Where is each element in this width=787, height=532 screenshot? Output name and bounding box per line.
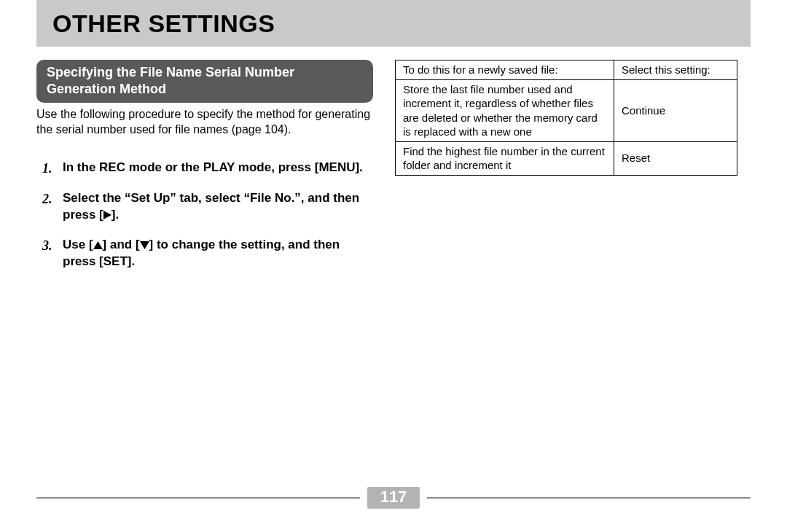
svg-marker-1 bbox=[93, 241, 103, 249]
up-triangle-icon bbox=[93, 241, 103, 249]
step-text: Use [] and [] to change the setting, and… bbox=[63, 237, 373, 270]
steps-list: In the REC mode or the PLAY mode, press … bbox=[36, 160, 373, 270]
left-column: Specifying the File Name Serial Number G… bbox=[36, 60, 373, 283]
settings-table: To do this for a newly saved file: Selec… bbox=[395, 60, 737, 176]
table-cell: Store the last file number used and incr… bbox=[396, 79, 614, 141]
right-triangle-icon bbox=[103, 211, 111, 219]
step-item: In the REC mode or the PLAY mode, press … bbox=[42, 160, 373, 177]
table-header-row: To do this for a newly saved file: Selec… bbox=[396, 60, 737, 80]
content-area: Specifying the File Name Serial Number G… bbox=[36, 60, 751, 283]
section-heading: Specifying the File Name Serial Number G… bbox=[36, 60, 373, 103]
table-cell: Continue bbox=[614, 79, 737, 141]
svg-marker-2 bbox=[140, 241, 149, 249]
step-item: Select the “Set Up” tab, select “File No… bbox=[42, 190, 373, 224]
table-header-cell: To do this for a newly saved file: bbox=[396, 60, 614, 80]
table-row: Find the highest file number in the curr… bbox=[396, 141, 737, 175]
footer-rule bbox=[36, 497, 360, 499]
down-triangle-icon bbox=[140, 241, 149, 249]
table-row: Store the last file number used and incr… bbox=[396, 79, 737, 141]
step-text: In the REC mode or the PLAY mode, press … bbox=[63, 160, 373, 177]
footer-rule bbox=[427, 497, 751, 499]
section-intro: Use the following procedure to specify t… bbox=[36, 107, 373, 138]
page-footer: 117 bbox=[36, 487, 751, 509]
page-number: 117 bbox=[367, 487, 420, 509]
table-cell: Find the highest file number in the curr… bbox=[396, 141, 614, 175]
svg-marker-0 bbox=[103, 211, 111, 219]
table-cell: Reset bbox=[614, 141, 737, 175]
page-header: OTHER SETTINGS bbox=[36, 0, 751, 47]
page-title: OTHER SETTINGS bbox=[52, 9, 275, 38]
step-text: Select the “Set Up” tab, select “File No… bbox=[63, 190, 373, 224]
table-header-cell: Select this setting: bbox=[614, 60, 737, 80]
right-column: To do this for a newly saved file: Selec… bbox=[395, 60, 737, 283]
step-item: Use [] and [] to change the setting, and… bbox=[42, 237, 373, 270]
